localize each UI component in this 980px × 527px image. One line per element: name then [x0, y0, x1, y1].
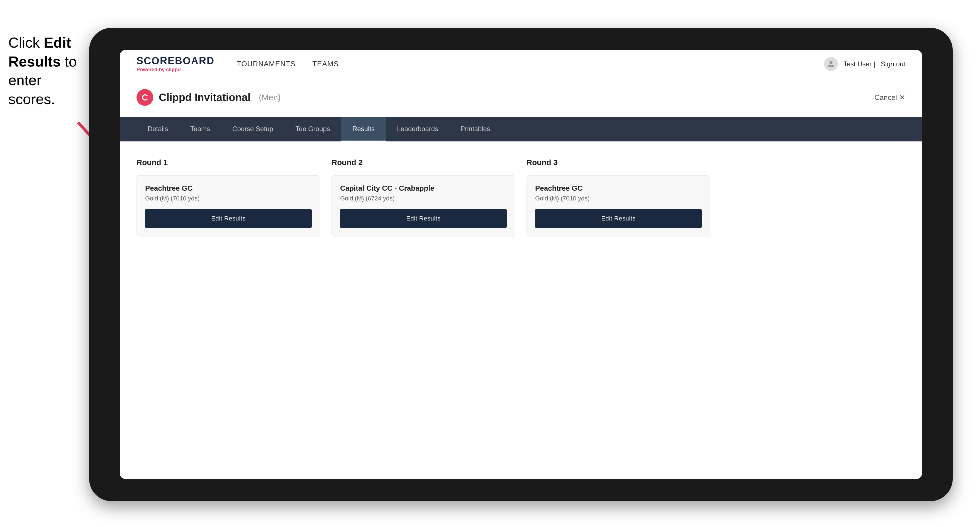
logo-sub: Powered by clippd [137, 67, 215, 73]
empty-column [721, 158, 905, 237]
round-3-title: Round 3 [527, 158, 710, 167]
close-icon: ✕ [899, 93, 905, 102]
tournament-title-area: C Clippd Invitational (Men) [137, 89, 281, 106]
sign-out-link[interactable]: Sign out [881, 60, 905, 68]
edit-results-button-round-3[interactable]: Edit Results [535, 209, 702, 228]
main-content: Round 1 Peachtree GC Gold (M) (7010 yds)… [120, 141, 922, 479]
nav-tournaments[interactable]: TOURNAMENTS [237, 57, 296, 71]
round-2-course: Capital City CC - Crabapple [340, 184, 507, 193]
round-3-column: Round 3 Peachtree GC Gold (M) (7010 yds)… [527, 158, 710, 237]
navbar: SCOREBOARD Powered by clippd TOURNAMENTS… [120, 50, 922, 78]
logo-text: SCOREBOARD [137, 55, 215, 67]
nav-links: TOURNAMENTS TEAMS [237, 57, 824, 71]
nav-right: Test User | Sign out [824, 57, 905, 71]
round-1-column: Round 1 Peachtree GC Gold (M) (7010 yds)… [137, 158, 320, 237]
round-1-course: Peachtree GC [145, 184, 312, 193]
round-1-details: Gold (M) (7010 yds) [145, 195, 312, 202]
round-3-card: Peachtree GC Gold (M) (7010 yds) Edit Re… [527, 175, 710, 237]
edit-results-button-round-1[interactable]: Edit Results [145, 209, 312, 228]
round-2-column: Round 2 Capital City CC - Crabapple Gold… [331, 158, 515, 237]
tab-details[interactable]: Details [137, 117, 179, 141]
tablet-frame: SCOREBOARD Powered by clippd TOURNAMENTS… [89, 28, 953, 501]
tournament-name: Clippd Invitational [159, 92, 250, 103]
round-3-details: Gold (M) (7010 yds) [535, 195, 702, 202]
cancel-button[interactable]: Cancel ✕ [874, 93, 905, 102]
tabs-bar: Details Teams Course Setup Tee Groups Re… [120, 117, 922, 141]
round-2-card: Capital City CC - Crabapple Gold (M) (67… [331, 175, 515, 237]
tournament-header: C Clippd Invitational (Men) Cancel ✕ [120, 78, 922, 117]
tab-printables[interactable]: Printables [449, 117, 501, 141]
round-1-card: Peachtree GC Gold (M) (7010 yds) Edit Re… [137, 175, 320, 237]
logo-area: SCOREBOARD Powered by clippd [137, 55, 215, 73]
user-avatar [824, 57, 838, 71]
round-1-title: Round 1 [137, 158, 320, 167]
user-name: Test User | [843, 60, 875, 68]
rounds-grid: Round 1 Peachtree GC Gold (M) (7010 yds)… [137, 158, 905, 237]
tournament-gender: (Men) [259, 93, 280, 102]
round-2-title: Round 2 [331, 158, 515, 167]
tournament-icon: C [137, 89, 153, 106]
instruction-prefix: Click [8, 35, 44, 51]
round-2-details: Gold (M) (6724 yds) [340, 195, 507, 202]
tab-teams[interactable]: Teams [179, 117, 221, 141]
edit-results-button-round-2[interactable]: Edit Results [340, 209, 507, 228]
tab-results[interactable]: Results [341, 117, 386, 141]
tab-course-setup[interactable]: Course Setup [221, 117, 285, 141]
tab-tee-groups[interactable]: Tee Groups [285, 117, 341, 141]
round-3-course: Peachtree GC [535, 184, 702, 193]
nav-teams[interactable]: TEAMS [312, 57, 339, 71]
instruction-text: Click Edit Results to enter scores. [8, 33, 81, 109]
tab-leaderboards[interactable]: Leaderboards [386, 117, 449, 141]
tablet-screen: SCOREBOARD Powered by clippd TOURNAMENTS… [120, 50, 922, 479]
